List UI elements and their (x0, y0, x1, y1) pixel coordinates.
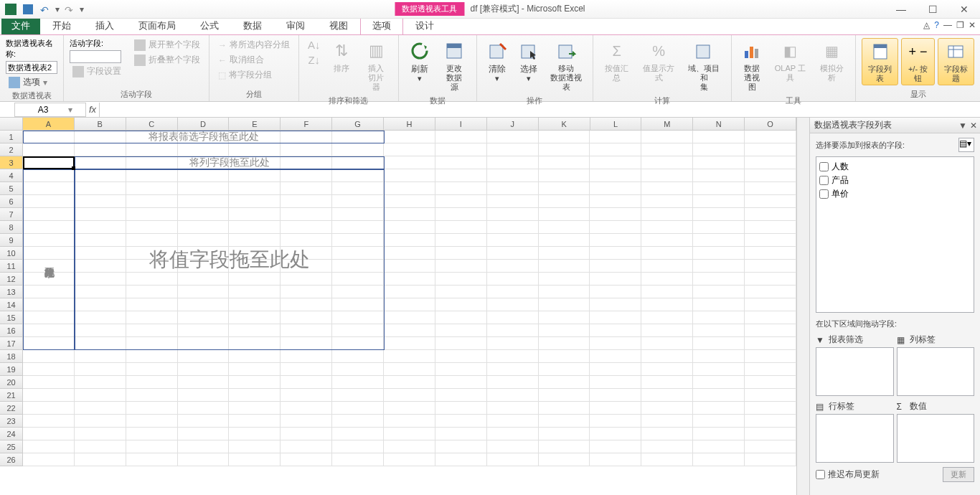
row-header-16[interactable]: 16 (0, 324, 23, 337)
col-header-E[interactable]: E (229, 118, 281, 130)
name-box[interactable]: ▾ (14, 103, 86, 117)
active-field-input[interactable] (70, 50, 121, 63)
move-pivot-button[interactable]: 移动 数据透视表 (546, 38, 587, 94)
row-header-2[interactable]: 2 (0, 143, 23, 156)
sort-desc-button[interactable]: Z↓ (305, 53, 323, 67)
col-header-G[interactable]: G (332, 118, 384, 130)
tab-view[interactable]: 视图 (317, 16, 360, 34)
col-header-C[interactable]: C (126, 118, 178, 130)
vertical-scrollbar[interactable] (796, 118, 809, 495)
row-header-9[interactable]: 9 (0, 234, 23, 247)
close-button[interactable]: ✕ (948, 0, 980, 19)
col-header-M[interactable]: M (641, 118, 693, 130)
olap-tools-button[interactable]: ◧OLAP 工具 (769, 38, 811, 84)
area-filter-box[interactable] (816, 347, 894, 396)
col-header-N[interactable]: N (693, 118, 745, 130)
field-item[interactable]: 单价 (819, 187, 971, 201)
plus-minus-button[interactable]: + −+/- 按钮 (901, 38, 934, 85)
sort-button[interactable]: ⇅排序 (326, 38, 358, 75)
tab-insert[interactable]: 插入 (83, 16, 126, 34)
row-header-23[interactable]: 23 (0, 415, 23, 428)
row-header-10[interactable]: 10 (0, 247, 23, 260)
save-button[interactable] (20, 1, 36, 17)
formula-input[interactable] (99, 103, 980, 117)
grid[interactable]: ABCDEFGHIJKLMNO 123456789101112131415161… (0, 118, 796, 495)
name-box-dropdown[interactable]: ▾ (68, 105, 72, 115)
col-header-H[interactable]: H (384, 118, 435, 130)
field-pane-close-icon[interactable]: ✕ (970, 121, 977, 131)
row-header-11[interactable]: 11 (0, 260, 23, 273)
col-header-J[interactable]: J (487, 118, 539, 130)
row-header-18[interactable]: 18 (0, 350, 23, 363)
name-box-input[interactable] (18, 105, 68, 115)
maximize-button[interactable]: ☐ (917, 0, 948, 19)
doc-close-icon[interactable]: ✕ (969, 20, 976, 30)
col-header-L[interactable]: L (590, 118, 642, 130)
row-header-8[interactable]: 8 (0, 221, 23, 234)
row-header-19[interactable]: 19 (0, 363, 23, 376)
row-header-14[interactable]: 14 (0, 298, 23, 311)
pivot-chart-button[interactable]: 数据 透视图 (738, 38, 766, 94)
help-icon[interactable]: ? (934, 20, 939, 30)
row-header-22[interactable]: 22 (0, 402, 23, 415)
area-vals-box[interactable] (897, 414, 975, 463)
ungroup-button[interactable]: ←取消组合 (215, 53, 293, 67)
clear-button[interactable]: 清除▾ (483, 38, 512, 85)
group-selection-button[interactable]: →将所选内容分组 (215, 38, 293, 52)
change-source-button[interactable]: 更改 数据源 (438, 38, 471, 94)
row-header-13[interactable]: 13 (0, 286, 23, 298)
undo-button[interactable] (37, 1, 53, 17)
col-header-D[interactable]: D (178, 118, 230, 130)
row-header-21[interactable]: 21 (0, 389, 23, 402)
col-header-O[interactable]: O (745, 118, 796, 130)
col-header-F[interactable]: F (281, 118, 332, 130)
fx-icon[interactable]: fx (89, 104, 96, 115)
row-header-17[interactable]: 17 (0, 337, 23, 350)
redo-button[interactable] (62, 1, 77, 17)
row-header-4[interactable]: 4 (0, 169, 23, 182)
tab-formulas[interactable]: 公式 (188, 16, 231, 34)
undo-dropdown[interactable]: ▾ (55, 1, 60, 17)
ribbon-minimize-icon[interactable]: ◬ (923, 20, 930, 30)
row-header-1[interactable]: 1 (0, 131, 23, 143)
expand-field-button[interactable]: 展开整个字段 (131, 38, 203, 52)
tab-options[interactable]: 选项 (360, 16, 403, 34)
defer-layout-checkbox[interactable]: 推迟布局更新 (816, 468, 880, 481)
row-header-26[interactable]: 26 (0, 453, 23, 466)
select-button[interactable]: 选择▾ (514, 38, 543, 85)
row-header-7[interactable]: 7 (0, 208, 23, 221)
field-pane-dropdown-icon[interactable]: ▼ (958, 121, 967, 131)
row-header-6[interactable]: 6 (0, 195, 23, 208)
tab-review[interactable]: 审阅 (274, 16, 317, 34)
col-header-K[interactable]: K (539, 118, 590, 130)
sort-asc-button[interactable]: A↓ (305, 38, 324, 52)
doc-minimize-icon[interactable]: — (943, 20, 952, 30)
tab-data[interactable]: 数据 (231, 16, 274, 34)
col-header-I[interactable]: I (435, 118, 487, 130)
tab-design[interactable]: 设计 (403, 16, 446, 34)
summarize-by-button[interactable]: Σ按值汇总 (599, 38, 635, 84)
area-cols-box[interactable] (897, 347, 975, 396)
file-tab[interactable]: 文件 (1, 17, 40, 34)
insert-slicer-button[interactable]: ▥插入 切片器 (360, 38, 392, 94)
field-headers-button[interactable]: 字段标题 (938, 38, 974, 85)
col-header-B[interactable]: B (75, 118, 126, 130)
field-item[interactable]: 产品 (819, 174, 971, 187)
qat-customize[interactable]: ▾ (79, 1, 85, 17)
area-rows-box[interactable] (816, 414, 894, 463)
minimize-button[interactable]: — (885, 0, 917, 19)
tab-layout[interactable]: 页面布局 (126, 16, 188, 34)
fields-items-button[interactable]: 域、项目和 集 (683, 38, 725, 94)
row-header-5[interactable]: 5 (0, 182, 23, 195)
row-header-3[interactable]: 3 (0, 156, 23, 169)
pivot-name-input[interactable] (6, 61, 57, 74)
excel-icon[interactable] (3, 1, 19, 17)
field-settings-button[interactable]: 字段设置 (70, 65, 124, 78)
row-header-15[interactable]: 15 (0, 311, 23, 324)
collapse-field-button[interactable]: 折叠整个字段 (131, 53, 203, 67)
row-header-12[interactable]: 12 (0, 273, 23, 286)
update-button[interactable]: 更新 (943, 467, 974, 482)
select-all-corner[interactable] (0, 118, 23, 130)
row-header-24[interactable]: 24 (0, 428, 23, 440)
col-header-A[interactable]: A (23, 118, 75, 130)
